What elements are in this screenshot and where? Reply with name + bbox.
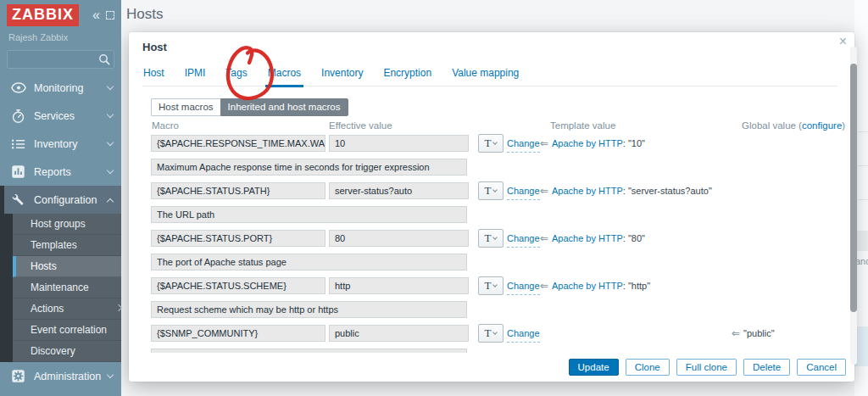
sidebar-item-configuration[interactable]: Configuration — [0, 186, 121, 214]
template-link[interactable]: Apache by HTTP — [552, 281, 623, 291]
hide-sidebar-icon[interactable] — [106, 11, 114, 20]
column-header-global-value: Global value (configure) — [742, 120, 845, 131]
gear-icon — [10, 369, 26, 383]
sidebar: ZABBIX « Rajesh Zabbix Monitoring Servic… — [0, 0, 121, 396]
dialog-footer: Update Clone Full clone Delete Cancel — [569, 359, 846, 376]
zabbix-logo[interactable]: ZABBIX — [7, 4, 79, 26]
sidebar-item-event-correlation[interactable]: Event correlation — [13, 320, 121, 341]
chevron-down-icon — [107, 167, 114, 174]
sidebar-item-maintenance[interactable]: Maintenance — [13, 277, 121, 298]
value-type-button[interactable]: T — [478, 181, 504, 200]
value-type-button[interactable]: T — [478, 134, 504, 153]
macro-description-input[interactable]: The port of Apache status page — [151, 254, 467, 271]
sidebar-item-actions[interactable]: Actions — [13, 298, 121, 320]
change-link[interactable]: Change — [507, 182, 540, 200]
tab-ipmi[interactable]: IPMI — [184, 64, 207, 86]
scrollbar-thumb[interactable] — [850, 64, 857, 312]
macro-input[interactable]: {$SNMP_COMMUNITY} — [151, 325, 326, 342]
sidebar-item-templates[interactable]: Templates — [13, 235, 121, 256]
sidebar-item-host-groups[interactable]: Host groups — [13, 214, 121, 235]
tab-host[interactable]: Host — [142, 64, 165, 86]
page-title: Hosts — [126, 6, 163, 23]
macro-description-input[interactable]: The URL path — [151, 206, 467, 223]
macro-input[interactable]: {$APACHE.STATUS.PORT} — [151, 230, 326, 247]
sidebar-item-hosts[interactable]: Hosts — [13, 256, 121, 277]
main-content: Hosts and Host × Host IPMI Tags Macros I… — [121, 0, 868, 396]
wrench-icon — [10, 192, 26, 207]
inherited-from-arrow-icon: ⇐ — [540, 182, 548, 199]
change-link[interactable]: Change — [507, 230, 540, 248]
effective-value-input[interactable]: 80 — [329, 230, 469, 247]
chevron-down-icon — [493, 330, 498, 335]
collapse-sidebar-icon[interactable]: « — [92, 9, 100, 21]
macro-input[interactable]: {$APACHE.RESPONSE_TIME.MAX.WARN} — [151, 135, 326, 152]
sidebar-item-inventory[interactable]: Inventory — [0, 130, 121, 158]
inherited-from-arrow-icon: ⇐ — [540, 230, 548, 247]
cancel-button[interactable]: Cancel — [797, 359, 846, 376]
template-value: : "10" — [623, 138, 645, 148]
macro-description-input[interactable]: Request scheme which may be http or http… — [151, 301, 467, 318]
change-link[interactable]: Change — [507, 277, 540, 295]
clone-button[interactable]: Clone — [626, 359, 670, 376]
sidebar-item-monitoring[interactable]: Monitoring — [0, 74, 121, 102]
chevron-down-icon — [107, 371, 114, 378]
inherited-from-arrow-icon: ⇐ — [732, 327, 740, 339]
host-dialog: Host × Host IPMI Tags Macros Inventory E… — [129, 32, 854, 382]
tab-macros[interactable]: Macros — [267, 64, 302, 86]
effective-value-input[interactable]: http — [329, 277, 469, 294]
column-header-effective-value: Effective value — [329, 120, 392, 131]
chevron-down-icon — [107, 139, 114, 146]
inherited-and-host-macros-toggle[interactable]: Inherited and host macros — [220, 98, 348, 116]
macro-description-input[interactable]: Maximum Apache response time in seconds … — [151, 159, 467, 176]
macro-input[interactable]: {$APACHE.STATUS.SCHEME} — [151, 277, 326, 294]
chevron-right-icon — [115, 304, 122, 310]
global-value: ⇐"public" — [732, 325, 775, 342]
column-header-macro: Macro — [152, 120, 179, 131]
update-button[interactable]: Update — [569, 359, 619, 376]
template-value: : "http" — [623, 281, 650, 291]
bar-chart-icon — [10, 165, 26, 179]
tab-encryption[interactable]: Encryption — [382, 64, 432, 86]
configuration-submenu: Host groups Templates Hosts Maintenance … — [0, 214, 121, 362]
macro-description-input-clipped — [151, 349, 467, 353]
effective-value-input[interactable]: server-status?auto — [329, 182, 469, 199]
change-link[interactable]: Change — [507, 325, 540, 343]
dialog-title: Host — [142, 41, 167, 53]
value-type-button[interactable]: T — [478, 229, 504, 248]
sidebar-item-administration[interactable]: Administration — [0, 362, 121, 390]
sidebar-nav: Monitoring Services Inventory Reports Co… — [0, 74, 121, 390]
chevron-down-icon — [107, 111, 114, 118]
list-icon — [10, 138, 26, 150]
tab-tags[interactable]: Tags — [225, 64, 248, 86]
eye-icon — [10, 82, 26, 93]
change-link[interactable]: Change — [507, 135, 540, 153]
template-link[interactable]: Apache by HTTP — [552, 186, 623, 196]
tab-inventory[interactable]: Inventory — [320, 64, 364, 86]
user-name: Rajesh Zabbix — [8, 32, 121, 42]
chevron-down-icon — [493, 235, 498, 240]
effective-value-input[interactable]: public — [329, 325, 469, 342]
tab-value-mapping[interactable]: Value mapping — [451, 64, 520, 86]
close-icon[interactable]: × — [839, 35, 847, 48]
sidebar-item-services[interactable]: Services — [0, 102, 121, 130]
dialog-tabs: Host IPMI Tags Macros Inventory Encrypti… — [142, 64, 837, 86]
scrollbar-track[interactable] — [850, 47, 857, 365]
chevron-down-icon — [107, 83, 114, 90]
background-text-fragment: and — [855, 256, 868, 266]
configure-link[interactable]: configure — [802, 120, 842, 131]
host-macros-toggle[interactable]: Host macros — [151, 98, 220, 116]
template-link[interactable]: Apache by HTTP — [552, 138, 623, 148]
sidebar-item-discovery[interactable]: Discovery — [13, 341, 121, 362]
full-clone-button[interactable]: Full clone — [676, 359, 737, 376]
delete-button[interactable]: Delete — [743, 359, 790, 376]
sidebar-item-reports[interactable]: Reports — [0, 158, 121, 186]
template-value: : "80" — [623, 233, 645, 243]
chevron-down-icon — [493, 187, 498, 192]
inherited-from-arrow-icon: ⇐ — [540, 277, 548, 294]
stopwatch-icon — [10, 109, 26, 124]
value-type-button[interactable]: T — [478, 324, 504, 343]
template-link[interactable]: Apache by HTTP — [552, 233, 623, 243]
macro-input[interactable]: {$APACHE.STATUS.PATH} — [151, 182, 326, 199]
effective-value-input[interactable]: 10 — [329, 135, 469, 152]
value-type-button[interactable]: T — [478, 276, 504, 295]
